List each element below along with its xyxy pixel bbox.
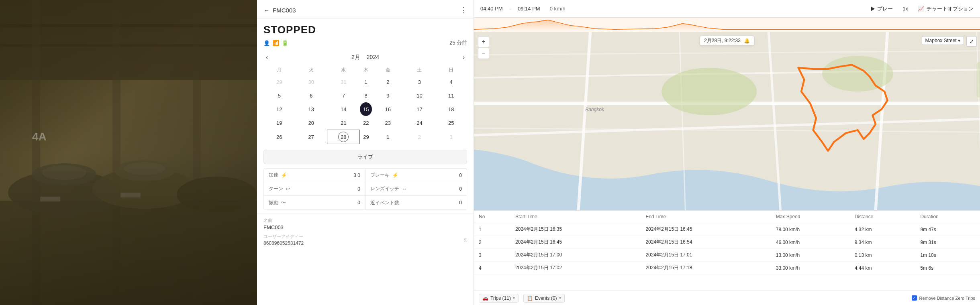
calendar-day[interactable]: 18 <box>435 102 467 116</box>
device-name-value: FMC003 <box>263 224 467 230</box>
zoom-out-button[interactable]: − <box>478 48 489 59</box>
calendar-day[interactable]: 4 <box>435 75 467 89</box>
calendar-day[interactable]: 27 <box>295 130 327 144</box>
calendar-month: 2月 <box>351 54 360 61</box>
device-id-label: FMC003 <box>273 7 296 14</box>
calendar-month-year: 2月 2024 <box>351 54 379 61</box>
calendar-weekday: 火 <box>295 65 327 75</box>
map-area[interactable]: Bangkok + − 2月28日, 9:22:33 🔔 Mapbox Stre… <box>474 32 980 210</box>
events-tab[interactable]: 📋 Events (0) ▾ <box>523 294 565 303</box>
trip-cell-start: 2024年2月15日 16:35 <box>510 223 641 236</box>
calendar-day[interactable]: 5 <box>263 89 295 102</box>
stats-grid: 加速 ⚡ 3 0 ブレーキ ⚡ 0 ターン ↩ 0 レンズイッチ ↔ 0 振動 … <box>263 168 467 210</box>
calendar-day[interactable]: 28 <box>327 130 360 144</box>
calendar-day[interactable]: 7 <box>327 89 360 102</box>
remove-zero-checkbox[interactable]: ✓ <box>912 295 917 301</box>
play-icon <box>871 6 875 11</box>
person-icon: 👤 <box>263 40 270 46</box>
stat-icon: ↩ <box>286 186 290 192</box>
calendar-day[interactable]: 15 <box>360 102 372 116</box>
battery-icon: 🔋 <box>282 40 288 46</box>
trips-table-area[interactable]: No Start Time End Time Max Speed Distanc… <box>474 210 980 291</box>
stat-value: 0 <box>459 173 462 178</box>
events-tab-icon: 📋 <box>527 295 533 301</box>
status-label: STOPPED <box>263 24 467 36</box>
calendar-day[interactable]: 22 <box>360 116 372 130</box>
trips-tab[interactable]: 🚗 Trips (11) ▾ <box>479 294 519 303</box>
trip-cell-start: 2024年2月15日 17:00 <box>510 249 641 262</box>
calendar-header-row: 月火水木金土日 <box>263 65 467 75</box>
calendar-day[interactable]: 29 <box>360 130 372 144</box>
calendar-day[interactable]: 10 <box>404 89 435 102</box>
table-row[interactable]: 22024年2月15日 16:452024年2月15日 16:5446.00 k… <box>474 236 980 249</box>
stat-cell: 振動 〜 0 <box>264 196 365 209</box>
calendar-day[interactable]: 2 <box>372 75 404 89</box>
stat-value: 0 <box>459 186 462 192</box>
calendar-day[interactable]: 13 <box>295 102 327 116</box>
calendar-week-row: 12131415161718 <box>263 102 467 116</box>
trip-cell-max_speed: 78.00 km/h <box>771 223 850 236</box>
fullscreen-icon: ⤢ <box>970 39 974 45</box>
calendar-day[interactable]: 29 <box>263 75 295 89</box>
svg-rect-33 <box>977 62 980 98</box>
calendar-day[interactable]: 31 <box>327 75 360 89</box>
device-header: ← FMC003 ⋮ <box>257 0 474 19</box>
calendar-day[interactable]: 6 <box>295 89 327 102</box>
calendar-day[interactable]: 11 <box>435 89 467 102</box>
map-fullscreen-button[interactable]: ⤢ <box>966 36 977 47</box>
play-button[interactable]: プレー <box>871 5 893 12</box>
svg-rect-2 <box>0 44 257 47</box>
svg-point-9 <box>177 177 257 213</box>
back-button[interactable]: ← FMC003 <box>263 7 296 14</box>
chart-options-label: チャートオプション <box>927 5 974 12</box>
more-icon: ⋮ <box>460 6 467 14</box>
calendar-day[interactable]: 17 <box>404 102 435 116</box>
table-row[interactable]: 32024年2月15日 17:002024年2月15日 17:0113.00 k… <box>474 249 980 262</box>
calendar-day[interactable]: 14 <box>327 102 360 116</box>
remove-zero-trips[interactable]: ✓ Remove Distance Zero Trips <box>912 295 975 301</box>
more-options-button[interactable]: ⋮ <box>460 6 467 14</box>
trips-table-header: No Start Time End Time Max Speed Distanc… <box>474 211 980 223</box>
calendar-day[interactable]: 19 <box>263 116 295 130</box>
calendar-day[interactable]: 12 <box>263 102 295 116</box>
calendar-day[interactable]: 3 <box>404 75 435 89</box>
calendar-day[interactable]: 25 <box>435 116 467 130</box>
calendar-weekday: 木 <box>360 65 372 75</box>
calendar-day[interactable]: 23 <box>372 116 404 130</box>
calendar-next-button[interactable]: › <box>460 53 467 62</box>
calendar-body[interactable]: 2930311234567891011121314151617181920212… <box>263 75 467 144</box>
stat-value: 0 <box>357 200 360 205</box>
trip-cell-distance: 4.32 km <box>850 223 916 236</box>
map-style-selector[interactable]: Mapbox Street ▾ <box>922 36 964 45</box>
calendar-prev-button[interactable]: ‹ <box>263 53 270 62</box>
chart-options-button[interactable]: 📈 チャートオプション <box>918 5 974 12</box>
calendar-day[interactable]: 2 <box>404 130 435 144</box>
calendar-day[interactable]: 16 <box>372 102 404 116</box>
calendar-day[interactable]: 1 <box>372 130 404 144</box>
calendar-day[interactable]: 3 <box>435 130 467 144</box>
stat-label: ターン <box>269 185 283 192</box>
trip-cell-end: 2024年2月15日 16:54 <box>641 236 771 249</box>
calendar-day[interactable]: 26 <box>263 130 295 144</box>
calendar-day[interactable]: 24 <box>404 116 435 130</box>
calendar-day[interactable]: 30 <box>295 75 327 89</box>
table-row[interactable]: 12024年2月15日 16:352024年2月15日 16:4578.00 k… <box>474 223 980 236</box>
calendar-day[interactable]: 21 <box>327 116 360 130</box>
copy-icon[interactable]: ⎘ <box>464 237 467 243</box>
stat-cell: ターン ↩ 0 <box>264 182 365 195</box>
calendar-day[interactable]: 9 <box>372 89 404 102</box>
device-icons-row: 👤 📶 🔋 25 分前 <box>263 39 467 47</box>
stat-value: 0 <box>459 200 462 205</box>
calendar-day[interactable]: 8 <box>360 89 372 102</box>
calendar-day[interactable]: 20 <box>295 116 327 130</box>
svg-rect-3 <box>32 0 40 305</box>
time-separator: - <box>509 5 511 12</box>
zoom-in-button[interactable]: + <box>478 36 489 47</box>
calendar-day[interactable]: 1 <box>360 75 372 89</box>
trip-cell-max_speed: 46.00 km/h <box>771 236 850 249</box>
trips-table-body: 12024年2月15日 16:352024年2月15日 16:4578.00 k… <box>474 223 980 274</box>
stat-value: 3 0 <box>353 173 360 178</box>
calendar-year: 2024 <box>367 54 379 61</box>
table-row[interactable]: 42024年2月15日 17:022024年2月15日 17:1833.00 k… <box>474 262 980 274</box>
live-button[interactable]: ライブ <box>263 150 467 164</box>
